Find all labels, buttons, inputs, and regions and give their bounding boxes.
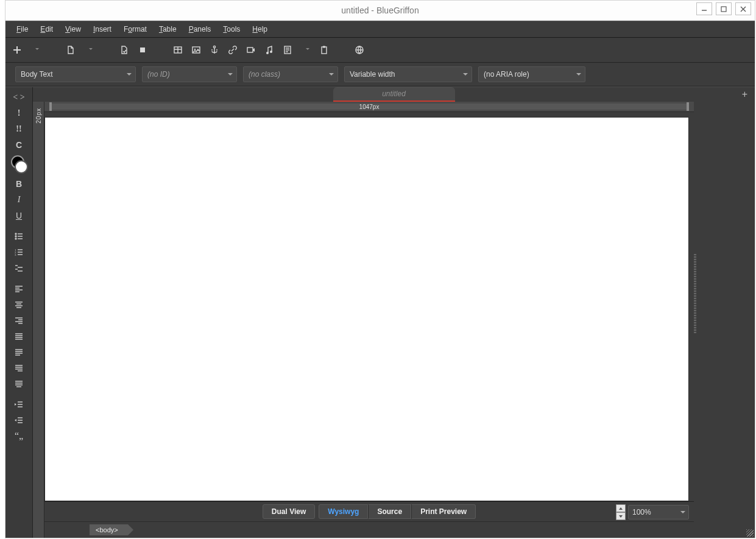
image-icon[interactable]	[188, 42, 204, 58]
align-justify-right-icon[interactable]	[10, 360, 27, 376]
bold-button[interactable]: B	[10, 176, 27, 192]
menu-panels[interactable]: Panels	[183, 21, 217, 37]
window-title: untitled - BlueGriffon	[341, 5, 419, 15]
window-maximize-button[interactable]	[716, 2, 732, 15]
structure-breadcrumb: <body>	[44, 521, 694, 538]
bulleted-list-icon[interactable]	[10, 228, 27, 244]
window-close-button[interactable]	[735, 2, 751, 15]
class-combo[interactable]: (no class)	[243, 66, 338, 82]
selector-bar: Body Text (no ID) (no class) Variable wi…	[5, 63, 755, 86]
menu-file[interactable]: File	[10, 21, 34, 37]
right-gutter	[694, 102, 755, 538]
panel-resize-handle[interactable]	[694, 254, 696, 333]
definition-list-icon[interactable]	[10, 260, 27, 276]
svg-rect-11	[322, 47, 327, 54]
main-toolbar	[5, 38, 755, 63]
svg-point-14	[15, 233, 16, 234]
anchor-icon[interactable]	[207, 42, 222, 58]
wysiwyg-button[interactable]: Wysiwyg	[319, 504, 368, 519]
menubar: File Edit View Insert Format Table Panel…	[5, 21, 755, 38]
underline-button[interactable]: U	[10, 208, 27, 224]
menu-edit[interactable]: Edit	[34, 21, 59, 37]
svg-rect-7	[247, 48, 253, 52]
svg-point-6	[213, 46, 215, 48]
element-type-combo[interactable]: Body Text	[15, 66, 136, 82]
zoom-combo[interactable]: 100%	[628, 505, 689, 520]
align-center-icon[interactable]	[10, 297, 27, 312]
print-preview-button[interactable]: Print Preview	[411, 504, 476, 519]
vertical-ruler-label: 20px	[35, 108, 42, 124]
italic-button[interactable]: I	[10, 192, 27, 208]
zoom-spinner[interactable]	[616, 504, 626, 520]
svg-rect-2	[140, 48, 145, 52]
clipboard-icon[interactable]	[316, 42, 332, 58]
svg-text:3: 3	[15, 253, 16, 256]
align-justify-left-icon[interactable]	[10, 344, 27, 360]
menu-view[interactable]: View	[59, 21, 87, 37]
save-button[interactable]	[116, 42, 132, 58]
align-justify-center-icon[interactable]	[10, 376, 27, 392]
audio-icon[interactable]	[261, 42, 277, 58]
markup-icon[interactable]: < >	[10, 90, 27, 105]
link-icon[interactable]	[225, 42, 241, 58]
window-minimize-button[interactable]	[696, 2, 712, 15]
ruler-width-label: 1047px	[359, 104, 380, 110]
very-important-icon[interactable]: !!	[10, 121, 27, 137]
browse-icon[interactable]	[352, 42, 367, 58]
background-swatch[interactable]	[15, 160, 28, 174]
view-mode-bar: Dual View Wysiwyg Source Print Preview 1…	[44, 501, 694, 521]
dual-view-button[interactable]: Dual View	[263, 504, 315, 519]
align-justify-full-icon[interactable]	[10, 328, 27, 344]
new-dropdown[interactable]	[27, 42, 43, 58]
video-icon[interactable]	[243, 42, 259, 58]
menu-tools[interactable]: Tools	[217, 21, 246, 37]
new-button[interactable]	[9, 42, 25, 58]
document-tabbar: untitled +	[33, 87, 755, 102]
window-resize-grip[interactable]	[746, 529, 754, 537]
source-button[interactable]: Source	[368, 504, 411, 519]
svg-rect-1	[721, 7, 726, 12]
align-right-icon[interactable]	[10, 312, 27, 328]
horizontal-ruler: 1047px	[44, 102, 694, 112]
svg-point-8	[266, 52, 269, 54]
svg-point-5	[194, 49, 196, 50]
color-swatches[interactable]	[10, 155, 28, 174]
stop-button[interactable]	[135, 42, 150, 58]
menu-table[interactable]: Table	[153, 21, 183, 37]
form-icon[interactable]	[280, 42, 295, 58]
editor-canvas[interactable]	[44, 117, 689, 501]
vertical-ruler: 20px	[33, 102, 44, 538]
menu-format[interactable]: Format	[118, 21, 153, 37]
zoom-up-icon[interactable]	[616, 504, 626, 512]
form-dropdown[interactable]	[298, 42, 314, 58]
table-icon[interactable]	[170, 42, 186, 58]
new-tab-button[interactable]: +	[742, 89, 747, 100]
menu-insert[interactable]: Insert	[87, 21, 118, 37]
open-dropdown[interactable]	[81, 42, 97, 58]
breadcrumb-body[interactable]: <body>	[90, 524, 128, 535]
svg-point-15	[15, 236, 16, 237]
zoom-down-icon[interactable]	[616, 512, 626, 520]
svg-rect-12	[323, 46, 325, 48]
quotes-icon[interactable]: “„	[10, 428, 27, 444]
font-combo[interactable]: Variable width	[344, 66, 472, 82]
numbered-list-icon[interactable]: 123	[10, 244, 27, 260]
aria-combo[interactable]: (no ARIA role)	[478, 66, 585, 82]
format-toolstrip: < > ! !! C B I U 123 “„	[5, 87, 33, 538]
open-button[interactable]	[63, 42, 79, 58]
svg-point-9	[270, 51, 272, 53]
important-icon[interactable]: !	[10, 105, 27, 121]
document-tab[interactable]: untitled	[333, 87, 455, 102]
svg-point-16	[15, 238, 16, 239]
titlebar: untitled - BlueGriffon	[5, 1, 755, 21]
outdent-icon[interactable]	[10, 412, 27, 428]
id-combo[interactable]: (no ID)	[142, 66, 237, 82]
menu-help[interactable]: Help	[246, 21, 274, 37]
app-window: untitled - BlueGriffon File Edit View In…	[5, 0, 755, 538]
align-left-icon[interactable]	[10, 281, 27, 297]
indent-icon[interactable]	[10, 396, 27, 412]
code-c-icon[interactable]: C	[10, 137, 27, 153]
